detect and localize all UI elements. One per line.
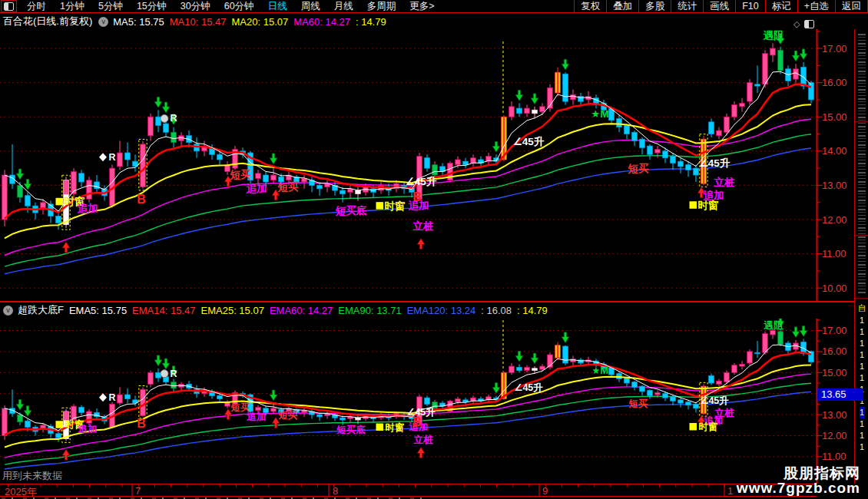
button-F10[interactable]: F10 <box>735 0 765 12</box>
svg-text:B: B <box>412 190 422 203</box>
svg-text:R: R <box>170 368 177 379</box>
strip-digit: 1 <box>860 407 864 418</box>
svg-text:∠45升: ∠45升 <box>514 382 543 393</box>
tab-月线[interactable]: 月线 <box>327 0 360 13</box>
indicator-value: : 14.79 <box>356 16 386 28</box>
indicator-name: 超跌大底F <box>18 303 64 317</box>
svg-text:∠45升: ∠45升 <box>513 136 545 147</box>
time-axis[interactable]: 2025年 7891 <box>0 484 817 497</box>
main-candlestick-chart[interactable]: 17.0016.0015.0014.0013.0012.0011.0010.00… <box>0 29 854 301</box>
svg-text:短买: 短买 <box>628 398 649 409</box>
top-menu-bar: 分时1分钟5分钟15分钟30分钟60分钟日线周线月线多周期更多> 复权叠加多股统… <box>0 0 868 13</box>
main-chart-header: 百合花(日线.前复权) v MA5: 15.75MA10: 15.47MA20:… <box>3 14 853 29</box>
indicator-value: EMA5: 15.75 <box>69 305 127 316</box>
tab-分时[interactable]: 分时 <box>20 0 53 13</box>
svg-text:时窗: 时窗 <box>385 200 406 212</box>
ema-values: EMA5: 15.75EMA14: 15.47EMA25: 15.07EMA60… <box>69 305 553 316</box>
strip-digit: 1 <box>860 441 864 453</box>
tab-日线[interactable]: 日线 <box>261 0 294 13</box>
axis-month-label: 8 <box>333 485 338 497</box>
button-标记[interactable]: 标记 <box>765 0 797 12</box>
strip-digit: 1 <box>860 430 864 441</box>
indicator-value: : 16.08 <box>481 305 512 316</box>
svg-text:短买: 短买 <box>230 169 252 180</box>
button-叠加[interactable]: 叠加 <box>606 0 638 12</box>
sub-candlestick-chart[interactable]: 17.0016.0015.0013.0012.0011.00时窗追加RRB短买追… <box>0 319 854 484</box>
button-+自选[interactable]: +自选 <box>797 0 835 12</box>
site-watermark: 股朋指标网 www.7gpzb.com <box>714 466 860 495</box>
watermark-url: www.7gpzb.com <box>714 481 860 495</box>
svg-text:R: R <box>108 152 115 163</box>
svg-text:∠45升: ∠45升 <box>406 176 437 187</box>
tab-60分钟[interactable]: 60分钟 <box>217 0 261 13</box>
indicator-value: MA5: 15.75 <box>113 16 164 28</box>
strip-tag: 自 <box>858 302 866 314</box>
strip-quote-digits: 111111111111 <box>860 315 864 453</box>
svg-text:★M: ★M <box>591 108 608 120</box>
svg-text:10.00: 10.00 <box>822 283 847 294</box>
svg-text:B: B <box>137 193 146 206</box>
svg-text:时窗: 时窗 <box>386 422 405 433</box>
app-window: 分时1分钟5分钟15分钟30分钟60分钟日线周线月线多周期更多> 复权叠加多股统… <box>0 0 868 499</box>
symbol-title: 百合花(日线.前复权) <box>3 15 92 28</box>
strip-digit: 1 <box>860 418 864 430</box>
strip-divider <box>855 121 868 122</box>
period-menu: 分时1分钟5分钟15分钟30分钟60分钟日线周线月线多周期更多> <box>20 0 441 13</box>
indicator-value: MA60: 14.27 <box>293 16 350 28</box>
svg-text:立桩: 立桩 <box>412 220 435 232</box>
strip-digit: 1 <box>860 326 864 338</box>
svg-text:13.00: 13.00 <box>822 180 847 191</box>
tab-周线[interactable]: 周线 <box>294 0 327 13</box>
vertical-text-noise <box>858 34 866 295</box>
svg-text:立桩: 立桩 <box>413 434 434 445</box>
tool-menu: 复权叠加多股统计画线F10标记+自选返回 <box>574 0 868 12</box>
button-返回[interactable]: 返回 <box>835 0 868 12</box>
svg-text:16.00: 16.00 <box>822 345 847 357</box>
indicator-value: MA20: 15.07 <box>232 16 289 28</box>
chevron-down-icon[interactable]: v <box>98 17 108 27</box>
svg-text:立桩: 立桩 <box>714 176 736 188</box>
chevron-down-icon[interactable]: v <box>3 306 13 316</box>
svg-text:15.00: 15.00 <box>822 111 847 123</box>
svg-text:B: B <box>137 417 146 430</box>
svg-text:追加: 追加 <box>247 411 267 422</box>
strip-divider <box>855 298 868 299</box>
strip-digit: 1 <box>860 315 864 326</box>
diamond-icon[interactable]: ◇ <box>793 19 800 29</box>
button-复权[interactable]: 复权 <box>574 0 606 12</box>
button-多股[interactable]: 多股 <box>638 0 671 12</box>
svg-text:11.00: 11.00 <box>822 451 846 462</box>
indicator-value: EMA90: 13.71 <box>338 305 401 316</box>
indicator-value: EMA120: 13.24 <box>407 305 476 316</box>
svg-text:R: R <box>108 392 115 403</box>
svg-text:★M: ★M <box>591 365 608 376</box>
ma-values: MA5: 15.75MA10: 15.47MA20: 15.07MA60: 14… <box>113 16 391 28</box>
button-画线[interactable]: 画线 <box>703 0 735 12</box>
svg-text:13.00: 13.00 <box>822 409 847 421</box>
indicator-value: EMA14: 15.47 <box>132 305 195 316</box>
strip-digit: 1 <box>860 349 864 361</box>
svg-text:15.00: 15.00 <box>822 367 847 378</box>
svg-text:11.00: 11.00 <box>822 248 846 259</box>
future-data-notice: 用到未来数据 <box>2 469 62 483</box>
tab-5分钟[interactable]: 5分钟 <box>91 0 130 13</box>
price-highlight-badge: 13.65 <box>817 388 863 401</box>
svg-text:短买: 短买 <box>628 163 650 174</box>
window-icon[interactable] <box>804 20 814 28</box>
tab-15分钟[interactable]: 15分钟 <box>130 0 174 13</box>
tab-30分钟[interactable]: 30分钟 <box>174 0 217 13</box>
button-统计[interactable]: 统计 <box>671 0 703 12</box>
axis-month-label: 9 <box>542 485 548 497</box>
svg-text:时窗: 时窗 <box>699 421 718 432</box>
tab-多周期[interactable]: 多周期 <box>360 0 403 13</box>
svg-text:短买底: 短买底 <box>336 425 366 435</box>
tab-更多>[interactable]: 更多> <box>403 0 441 13</box>
strip-digit: 1 <box>860 372 864 384</box>
svg-text:∠45升: ∠45升 <box>699 157 731 169</box>
indicator-value: EMA60: 14.27 <box>270 305 333 316</box>
strip-digit: 1 <box>860 338 864 349</box>
svg-text:14.00: 14.00 <box>822 145 847 157</box>
tab-1分钟[interactable]: 1分钟 <box>53 0 91 13</box>
layout-button[interactable] <box>1 0 17 12</box>
svg-text:12.00: 12.00 <box>822 430 847 441</box>
